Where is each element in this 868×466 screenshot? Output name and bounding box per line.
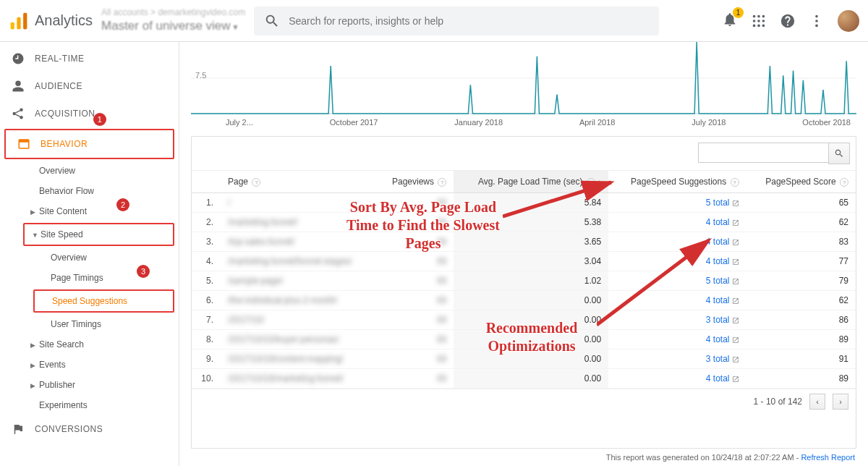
help-icon[interactable]: ? xyxy=(731,178,739,187)
nav-page-timings[interactable]: Page Timings 3 xyxy=(0,268,179,288)
app-header: Analytics All accounts > demarketingvide… xyxy=(0,0,868,42)
cell-pageviews: 00 xyxy=(376,369,454,389)
cell-score: 65 xyxy=(746,193,856,213)
row-index: 4. xyxy=(192,252,221,271)
cell-suggestions[interactable]: 4 total xyxy=(608,213,746,232)
view-name: Master of universe view xyxy=(101,19,231,33)
cell-page[interactable]: /marketing-funnel/ xyxy=(221,213,376,232)
cell-suggestions[interactable]: 5 total xyxy=(608,271,746,291)
svg-point-12 xyxy=(815,14,818,17)
row-index: 1. xyxy=(192,193,221,213)
cell-suggestions[interactable]: 3 total xyxy=(608,310,746,330)
table-row[interactable]: 2. /marketing-funnel/ 00 5.38 4 total 62 xyxy=(192,213,856,232)
view-picker[interactable]: All accounts > demarketingvideo.com Mast… xyxy=(101,7,245,35)
cell-page[interactable]: /2017/10/10/buyer-personas/ xyxy=(221,330,376,350)
table-row[interactable]: 9. /2017/10/18/content-mapping/ 00 0.00 … xyxy=(192,350,856,369)
cell-page[interactable]: /marketing-funnel/funnel-stages/ xyxy=(221,252,376,271)
help-icon[interactable] xyxy=(780,13,796,29)
help-icon[interactable]: ? xyxy=(840,178,848,187)
nav-audience[interactable]: AUDIENCE xyxy=(0,72,179,100)
cell-score: 89 xyxy=(746,330,856,350)
nav-realtime[interactable]: REAL-TIME xyxy=(0,45,179,72)
external-link-icon xyxy=(732,278,739,285)
cell-pageviews: 00 xyxy=(376,350,454,369)
cell-page[interactable]: /2017/10/18/content-mapping/ xyxy=(221,350,376,369)
svg-point-6 xyxy=(753,20,756,22)
col-avg-load-time[interactable]: Avg. Page Load Time (sec) ? ↓ xyxy=(454,171,608,193)
cell-suggestions[interactable]: 5 total xyxy=(608,193,746,213)
cell-page[interactable]: /sample-page/ xyxy=(221,271,376,291)
cell-page[interactable]: /2017/10/18/marketing-funnel/ xyxy=(221,369,376,389)
apps-icon[interactable] xyxy=(751,13,767,29)
nav-experiments[interactable]: Experiments xyxy=(0,395,179,415)
search-icon xyxy=(834,148,844,158)
person-icon xyxy=(12,80,25,93)
table-search-button[interactable] xyxy=(828,143,850,164)
nav-user-timings[interactable]: User Timings xyxy=(0,314,179,334)
cell-page[interactable]: /top-sales-funnel/ xyxy=(221,232,376,252)
notifications-button[interactable]: 1 xyxy=(722,12,738,30)
nav-publisher[interactable]: ▶Publisher xyxy=(0,375,179,395)
row-index: 3. xyxy=(192,232,221,252)
report-panel: 7.5 July 2...October 2017January 2018Apr… xyxy=(179,42,868,466)
timeline-chart[interactable]: 7.5 July 2...October 2017January 2018Apr… xyxy=(179,42,868,129)
cell-suggestions[interactable]: 3 total xyxy=(608,350,746,369)
cell-suggestions[interactable]: 4 total xyxy=(608,232,746,252)
table-row[interactable]: 6. /the-individual-plus-2-month/ 00 0.00… xyxy=(192,291,856,310)
col-pageviews[interactable]: Pageviews ? xyxy=(376,171,454,193)
nav-conversions[interactable]: CONVERSIONS xyxy=(0,415,179,443)
table-row[interactable]: 1. / 00 5.84 5 total 65 xyxy=(192,193,856,213)
cell-score: 77 xyxy=(746,252,856,271)
table-filter-input[interactable] xyxy=(698,143,828,163)
help-icon[interactable]: ? xyxy=(252,178,260,187)
search-input[interactable] xyxy=(289,15,649,27)
nav-acquisition[interactable]: ACQUISITION 1 xyxy=(0,100,179,127)
svg-point-4 xyxy=(757,14,760,17)
cell-page[interactable]: / xyxy=(221,193,376,213)
svg-rect-0 xyxy=(11,22,14,29)
svg-point-5 xyxy=(762,14,765,17)
user-avatar[interactable] xyxy=(838,10,859,32)
col-pagespeed-suggestions[interactable]: PageSpeed Suggestions ? xyxy=(608,171,746,193)
row-index: 6. xyxy=(192,291,221,310)
table-row[interactable]: 5. /sample-page/ 00 1.02 5 total 79 xyxy=(192,271,856,291)
more-vert-icon[interactable] xyxy=(809,13,825,29)
pager-next-button[interactable]: › xyxy=(833,394,848,410)
nav-behavior[interactable]: BEHAVIOR xyxy=(4,129,174,159)
cell-avg-load: 1.02 xyxy=(454,271,608,291)
nav-speed-suggestions[interactable]: Speed Suggestions xyxy=(33,289,174,313)
table-row[interactable]: 8. /2017/10/10/buyer-personas/ 00 0.00 4… xyxy=(192,330,856,350)
nav-events[interactable]: ▶Events xyxy=(0,355,179,375)
table-row[interactable]: 7. /2017/10/ 00 0.00 3 total 86 xyxy=(192,310,856,330)
account-path: All accounts > demarketingvideo.com xyxy=(101,7,245,19)
cell-page[interactable]: /the-individual-plus-2-month/ xyxy=(221,291,376,310)
nav-behavior-overview[interactable]: Overview xyxy=(0,161,179,181)
cell-suggestions[interactable]: 4 total xyxy=(608,291,746,310)
help-icon[interactable]: ? xyxy=(438,178,446,187)
cell-suggestions[interactable]: 4 total xyxy=(608,330,746,350)
col-page[interactable]: Page ? xyxy=(221,171,376,193)
external-link-icon xyxy=(732,376,739,383)
refresh-report-link[interactable]: Refresh Report xyxy=(801,453,855,462)
chevron-down-icon: ▼ xyxy=(232,23,239,31)
nav-behavior-flow[interactable]: Behavior Flow xyxy=(0,181,179,201)
col-pagespeed-score[interactable]: PageSpeed Score ? xyxy=(746,171,856,193)
table-row[interactable]: 4. /marketing-funnel/funnel-stages/ 00 3… xyxy=(192,252,856,271)
cell-page[interactable]: /2017/10/ xyxy=(221,310,376,330)
nav-site-speed[interactable]: ▼Site Speed xyxy=(23,223,174,246)
nav-site-content[interactable]: ▶Site Content 2 xyxy=(0,201,179,221)
row-index: 2. xyxy=(192,213,221,232)
external-link-icon xyxy=(732,356,739,363)
search-box[interactable] xyxy=(254,7,659,35)
help-icon[interactable]: ? xyxy=(587,178,595,187)
nav-site-search[interactable]: ▶Site Search xyxy=(0,334,179,355)
cell-suggestions[interactable]: 4 total xyxy=(608,369,746,389)
row-index: 8. xyxy=(192,330,221,350)
product-logo: Analytics xyxy=(9,11,93,31)
cell-suggestions[interactable]: 4 total xyxy=(608,252,746,271)
table-row[interactable]: 3. /top-sales-funnel/ 00 3.65 4 total 83 xyxy=(192,232,856,252)
row-index: 7. xyxy=(192,310,221,330)
table-row[interactable]: 10. /2017/10/18/marketing-funnel/ 00 0.0… xyxy=(192,369,856,389)
pager-prev-button[interactable]: ‹ xyxy=(809,394,825,410)
nav-sitespeed-overview[interactable]: Overview xyxy=(0,247,179,268)
